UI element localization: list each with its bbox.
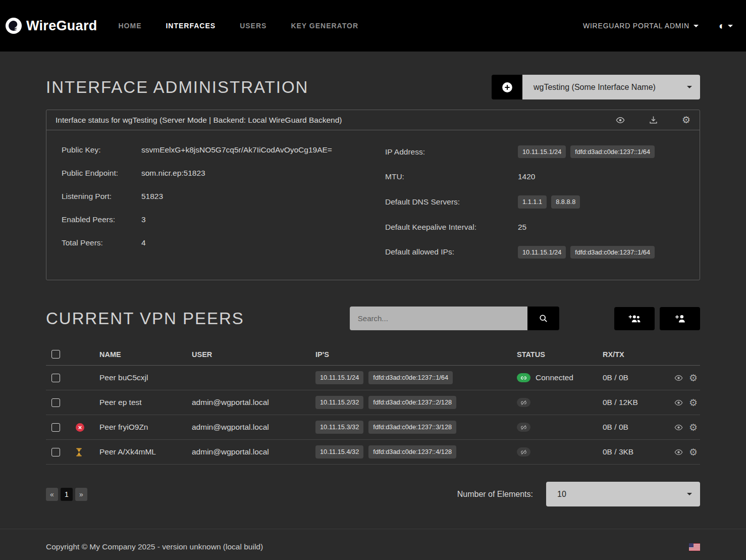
peer-user: admin@wgportal.local — [192, 398, 315, 407]
peer-name: Peer buC5cxjl — [99, 373, 192, 382]
page-size-label: Number of Elements: — [457, 490, 533, 499]
connected-link-icon — [517, 373, 530, 382]
pagination: « 1 » — [46, 488, 87, 501]
field-label: MTU: — [385, 172, 518, 181]
edit-peer-gear-icon[interactable]: ⚙ — [689, 373, 698, 383]
field-label: Public Endpoint: — [62, 169, 141, 178]
enabled-peers-value: 3 — [141, 215, 146, 224]
field-label: Default allowed IPs: — [385, 247, 518, 257]
add-users-icon — [628, 314, 642, 323]
peer-name: Peer fryiO9Zn — [99, 423, 192, 432]
field-label: IP Address: — [385, 147, 518, 157]
peer-rxtx: 0B / 3KB — [603, 447, 674, 456]
dns-badge: 8.8.8.8 — [551, 195, 580, 208]
view-peer-eye-icon[interactable] — [674, 374, 683, 382]
column-header-status: STATUS — [517, 350, 603, 359]
peer-ip-badge: fdfd:d3ad:c0de:1237::2/128 — [368, 396, 456, 409]
pagination-page-1-button[interactable]: 1 — [61, 488, 73, 501]
row-checkbox[interactable] — [51, 423, 60, 432]
nav-item-interfaces[interactable]: INTERFACES — [166, 22, 216, 30]
column-header-rxtx: RX/TX — [603, 350, 674, 359]
edit-peer-gear-icon[interactable]: ⚙ — [689, 447, 698, 457]
peer-user: admin@wgportal.local — [192, 447, 315, 456]
brand[interactable]: WireGuard — [5, 17, 97, 34]
peers-title: CURRENT VPN PEERS — [46, 309, 244, 328]
chevron-down-icon — [694, 25, 699, 27]
add-user-icon — [674, 314, 686, 323]
nav-item-key-generator[interactable]: KEY GENERATOR — [291, 22, 358, 30]
view-config-eye-icon[interactable] — [616, 116, 625, 125]
theme-toggle-dropdown[interactable]: ◐ — [719, 21, 733, 31]
brand-label: WireGuard — [26, 18, 97, 34]
chevron-down-icon — [687, 493, 692, 495]
peer-disabled-icon: × — [76, 423, 84, 432]
peer-expiring-hourglass-icon — [76, 448, 82, 456]
row-checkbox[interactable] — [51, 398, 60, 407]
interface-status-title: Interface status for wgTesting (Server M… — [56, 116, 342, 125]
interface-select[interactable]: wgTesting (Some Interface Name) — [522, 75, 700, 99]
nav-item-home[interactable]: HOME — [118, 22, 141, 30]
page-title: INTERFACE ADMINISTRATION — [46, 78, 308, 97]
user-menu-label: WIREGUARD PORTAL ADMIN — [583, 22, 689, 30]
add-peer-button[interactable] — [660, 307, 700, 330]
view-peer-eye-icon[interactable] — [674, 423, 683, 432]
dns-badge: 1.1.1.1 — [518, 195, 547, 208]
add-multiple-peers-button[interactable] — [614, 307, 655, 330]
select-all-checkbox[interactable] — [51, 350, 60, 359]
field-label: Enabled Peers: — [62, 215, 141, 224]
disconnected-link-slash-icon — [517, 398, 530, 407]
column-header-name: NAME — [99, 350, 192, 359]
interface-status-card: Interface status for wgTesting (Server M… — [46, 110, 700, 280]
download-config-icon[interactable] — [649, 116, 658, 124]
listening-port-value: 51823 — [141, 192, 163, 201]
field-label: Default Keepalive Interval: — [385, 223, 518, 232]
edit-interface-gear-icon[interactable]: ⚙ — [682, 115, 690, 125]
row-checkbox[interactable] — [51, 374, 60, 382]
chevron-down-icon — [687, 86, 692, 88]
column-header-ips: IP'S — [315, 350, 517, 359]
user-menu-dropdown[interactable]: WIREGUARD PORTAL ADMIN — [583, 22, 699, 30]
field-label: Total Peers: — [62, 238, 141, 247]
disconnected-link-slash-icon — [517, 423, 530, 432]
peer-name: Peer A/Xk4mML — [99, 447, 192, 456]
view-peer-eye-icon[interactable] — [674, 398, 683, 407]
peer-search-input[interactable] — [350, 307, 527, 330]
total-peers-value: 4 — [141, 238, 146, 247]
table-row: Peer A/Xk4mML admin@wgportal.local 10.11… — [46, 440, 700, 465]
table-row: Peer buC5cxjl 10.11.15.1/24 fdfd:d3ad:c0… — [46, 366, 700, 390]
row-checkbox[interactable] — [51, 448, 60, 456]
allowed-ip-badge: 10.11.15.1/24 — [518, 246, 566, 259]
peer-rxtx: 0B / 0B — [603, 373, 674, 382]
allowed-ip-badge: fdfd:d3ad:c0de:1237::1/64 — [570, 246, 655, 259]
view-peer-eye-icon[interactable] — [674, 448, 683, 456]
public-endpoint-value: som.nicr.ep:51823 — [141, 169, 205, 178]
peer-ip-badge: 10.11.15.4/32 — [315, 445, 363, 458]
peers-table: NAME USER IP'S STATUS RX/TX Peer buC5cxj… — [46, 343, 700, 465]
language-us-flag-icon[interactable] — [689, 543, 700, 551]
plus-circle-icon — [502, 82, 513, 93]
pagination-next-button[interactable]: » — [75, 488, 87, 501]
table-row: Peer ep test admin@wgportal.local 10.11.… — [46, 390, 700, 415]
page-size-value: 10 — [557, 490, 566, 499]
edit-peer-gear-icon[interactable]: ⚙ — [689, 423, 698, 432]
page-size-select[interactable]: 10 — [546, 482, 700, 506]
search-button[interactable] — [527, 307, 559, 330]
search-icon — [539, 314, 548, 323]
add-interface-button[interactable] — [492, 75, 522, 99]
chevron-down-icon — [728, 25, 733, 27]
wireguard-logo-icon — [5, 17, 22, 34]
footer: Copyright © My Company 2025 - version un… — [0, 529, 746, 560]
peer-ip-badge: 10.11.15.3/32 — [315, 421, 363, 433]
peer-ip-badge: fdfd:d3ad:c0de:1237::1/64 — [368, 371, 453, 384]
disconnected-link-slash-icon — [517, 447, 530, 456]
public-key-value: ssvmEelxG+k8jsNO5G7cq5r/Ak7IiCodAvOyoCg1… — [141, 145, 332, 155]
field-label: Default DNS Servers: — [385, 197, 518, 207]
keepalive-value: 25 — [518, 223, 526, 232]
edit-peer-gear-icon[interactable]: ⚙ — [689, 398, 698, 408]
copyright-text: Copyright © My Company 2025 - version un… — [46, 542, 263, 551]
pagination-prev-button[interactable]: « — [46, 488, 58, 501]
table-header-row: NAME USER IP'S STATUS RX/TX — [46, 343, 700, 366]
nav-item-users[interactable]: USERS — [240, 22, 267, 30]
ip-badge: fdfd:d3ad:c0de:1237::1/64 — [570, 145, 655, 158]
peer-ip-badge: 10.11.15.1/24 — [315, 371, 363, 384]
